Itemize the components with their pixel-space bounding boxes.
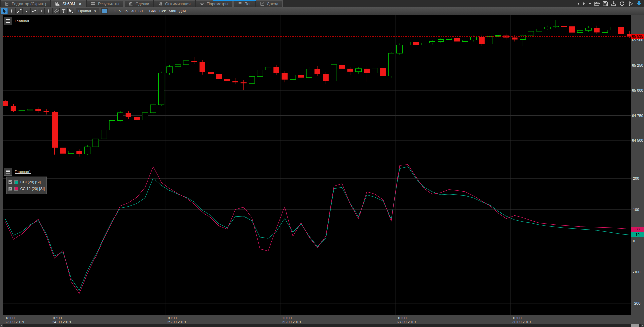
price-panel-title[interactable]: Главная [15,19,29,23]
import-button[interactable] [610,1,617,7]
tab-income[interactable]: Доход [256,0,283,7]
price-panel[interactable]: Главная [3,15,631,164]
text-icon [61,8,66,14]
indicator-panel-header: Главная1 [4,168,31,176]
tab-log[interactable]: Лог [233,0,255,7]
open-folder-button[interactable] [593,1,601,7]
results-icon [91,2,96,6]
timeframe-units-group: ТикиСекМинДни [149,9,186,13]
unit-сек[interactable]: Сек [159,9,166,13]
editor-icon [5,2,10,6]
scroll-right-arrow-icon[interactable] [641,324,644,327]
channel-tool[interactable] [52,8,60,14]
deals-icon [129,2,134,6]
legend-label: CCI (20) [SI] [20,180,41,184]
time-axis-label: 10:0025.09.2019 [167,316,186,324]
tab-si-60m[interactable]: SI:60M✕ [51,0,86,7]
scrollbar-thumb[interactable] [631,324,639,327]
chart-left-frame [0,15,3,315]
vline-tool[interactable] [45,8,52,14]
tab-optimization[interactable]: Оптимизация [154,0,195,7]
refresh-button[interactable] [618,1,626,7]
check-icon [9,187,12,190]
optimization-icon [158,2,163,6]
color-swatch-button[interactable] [101,8,108,14]
parameters-icon [200,2,205,6]
save-icon [602,1,608,7]
series-cci12 [5,165,630,294]
crosshair-tool[interactable] [8,8,15,14]
nav-back-button[interactable] [576,1,581,7]
timeframe-30[interactable]: 30 [131,9,135,13]
axis-side-dropdown[interactable]: Правая ▼ [76,8,99,14]
cci-tick-label: 100 [633,208,639,212]
delete-drawing-tool[interactable] [67,8,74,14]
tab-label: Доход [267,2,278,6]
tab-deals[interactable]: Сделки [124,0,154,7]
unit-мин[interactable]: Мин [169,9,176,13]
legend-checkbox[interactable] [8,187,12,191]
cci-axis[interactable]: 2001000-100-2003819 [631,164,644,315]
panel-menu-button[interactable] [4,168,12,176]
tab-parameters[interactable]: Параметры [196,0,233,7]
tab-results[interactable]: Результаты [87,0,123,7]
pointer-tool[interactable] [1,8,8,14]
time-axis-label: 10:0026.09.2019 [282,316,301,324]
segment-tool[interactable] [30,8,37,14]
list-menu-icon [5,18,11,24]
timeframe-1[interactable]: 1 [114,9,116,13]
cci-chart-canvas[interactable] [3,164,631,315]
parameters-icon [200,2,205,6]
scroll-left-arrow-icon[interactable] [0,324,3,327]
time-axis[interactable]: 18:0023.09.201910:0024.09.201910:0025.09… [0,315,644,324]
trendline-tool[interactable] [15,8,23,14]
unit-дни[interactable]: Дни [179,9,186,13]
run-button[interactable] [635,1,643,7]
legend-color-swatch [14,180,18,184]
timeframe-15[interactable]: 15 [124,9,128,13]
time-axis-label: 10:0024.09.2019 [52,316,71,324]
tab-close-icon[interactable]: ✕ [78,2,82,6]
refresh-icon [619,1,625,7]
legend-item: CCI12 (20) [SI] [8,185,45,192]
tab-label: Лог [244,2,251,6]
nav-dropdown-button[interactable] [588,1,592,7]
cci-last-value-badge: 19 [631,232,644,237]
optimization-icon [158,2,163,6]
chart-icon [55,2,60,6]
save-button[interactable] [602,1,609,7]
legend-label: CCI12 (20) [SI] [20,187,45,191]
chart-icon [55,2,60,6]
timeframe-5[interactable]: 5 [119,9,121,13]
run-icon [636,1,642,7]
tab-editor[interactable]: Редактор (Скрипт) [1,0,50,7]
indicator-legend: CCI (20) [SI]CCI12 (20) [SI] [6,176,47,194]
text-tool[interactable] [60,8,67,14]
play-button[interactable] [627,1,634,7]
play-icon [628,1,634,7]
price-tick-label: 65 250 [632,63,643,67]
series-cci [5,167,630,290]
legend-checkbox[interactable] [8,180,12,184]
ray-tool[interactable] [23,8,30,14]
chevron-down-icon: ▼ [94,10,97,13]
legend-color-swatch [14,187,18,191]
price-chart-canvas[interactable] [3,15,631,164]
nav-forward-button[interactable] [582,1,586,7]
legend-resize-grip[interactable] [43,190,46,194]
timeframe-60[interactable]: 60 [139,9,143,13]
panel-menu-button[interactable] [4,17,12,25]
tab-label: Оптимизация [165,2,190,6]
price-axis[interactable]: 65 50065 25065 00064 75064 50065 535 [631,15,644,164]
window-toolbar-buttons [576,0,643,7]
document-tab-bar: Редактор (Скрипт)SI:60M✕РезультатыСделки… [0,0,644,7]
tab-label: Сделки [136,2,149,6]
unit-тики[interactable]: Тики [149,9,156,13]
hline-tool[interactable] [38,8,45,14]
nav-back-icon [576,1,581,7]
log-icon [238,2,242,6]
horizontal-scrollbar[interactable] [0,324,644,327]
pointer-icon [2,8,7,14]
indicator-panel-title[interactable]: Главная1 [15,170,31,174]
indicator-panel[interactable]: Главная1 CCI (20) [SI]CCI12 (20) [SI] [3,164,631,315]
